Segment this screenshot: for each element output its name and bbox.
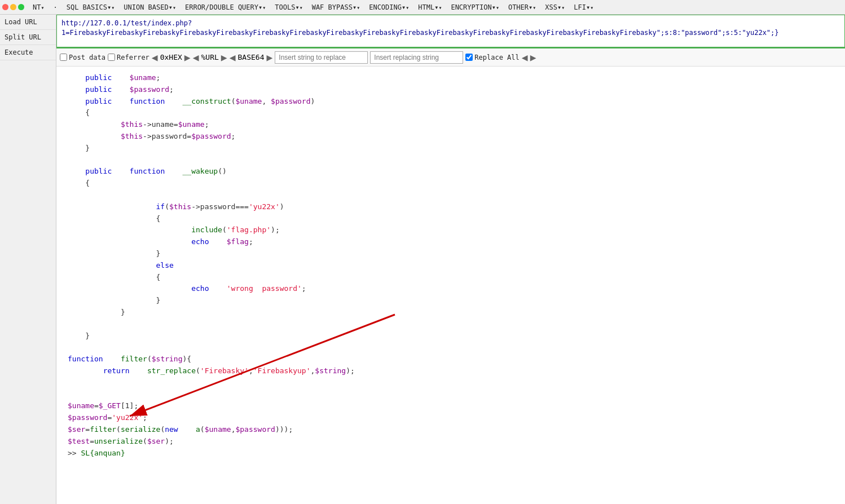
minimize-button[interactable] <box>10 4 16 10</box>
menu-union-based[interactable]: UNION BASED▾ <box>121 2 179 12</box>
url-bar <box>56 15 845 48</box>
menu-nt[interactable]: NT <box>30 2 47 12</box>
maximize-button[interactable] <box>18 4 24 10</box>
arrow-left-3[interactable]: ◀ <box>230 52 236 63</box>
main-area: Post data Referrer ◀ 0xHEX ▶ ◀ %URL ▶ ◀ … <box>56 15 845 504</box>
load-url-button[interactable]: Load URL <box>0 15 56 30</box>
menu-lfi[interactable]: LFI▾ <box>571 2 596 12</box>
referrer-label: Referrer <box>117 54 149 61</box>
menu-sql-basics[interactable]: SQL BASICS▾ <box>64 2 118 12</box>
arrow-right-4[interactable]: ▶ <box>530 52 536 63</box>
oxhex-label: 0xHEX <box>160 53 182 61</box>
menu-other[interactable]: OTHER▾ <box>505 2 539 12</box>
menu-error-double-query[interactable]: ERROR/DOUBLE QUERY▾ <box>182 2 269 12</box>
post-data-label: Post data <box>69 54 105 61</box>
split-url-button[interactable]: Split URL <box>0 30 56 45</box>
top-menu-bar: NT · SQL BASICS▾ UNION BASED▾ ERROR/DOUB… <box>0 0 845 15</box>
base64-label: BASE64 <box>238 53 265 61</box>
code-block: public $uname; public $password; public … <box>68 72 834 459</box>
menu-separator-1: · <box>50 2 60 12</box>
arrow-right-3[interactable]: ▶ <box>266 52 272 63</box>
close-button[interactable] <box>2 4 8 10</box>
menu-encoding[interactable]: ENCODING▾ <box>366 2 412 12</box>
url-input[interactable] <box>56 15 845 47</box>
menu-waf-bypass[interactable]: WAF BYPASS▾ <box>309 2 363 12</box>
menu-tools[interactable]: TOOLS▾ <box>272 2 305 12</box>
arrow-right-2[interactable]: ▶ <box>221 52 227 63</box>
menu-xss[interactable]: XSS▾ <box>542 2 567 12</box>
execute-button[interactable]: Execute <box>0 45 56 60</box>
menu-html[interactable]: HTML▾ <box>415 2 444 12</box>
referrer-checkbox[interactable] <box>108 54 115 61</box>
url-label: %URL <box>201 53 219 61</box>
menu-encryption[interactable]: ENCRYPTION▾ <box>448 2 502 12</box>
traffic-lights <box>2 4 24 10</box>
sidebar: Load URL Split URL Execute <box>0 15 56 504</box>
arrow-left-1[interactable]: ◀ <box>152 52 158 63</box>
toolbar: Post data Referrer ◀ 0xHEX ▶ ◀ %URL ▶ ◀ … <box>56 48 845 67</box>
replacing-string-input[interactable] <box>370 51 463 64</box>
arrow-left-2[interactable]: ◀ <box>193 52 199 63</box>
arrow-right-1[interactable]: ▶ <box>184 52 191 63</box>
replace-all-item: Replace All <box>465 54 519 61</box>
replace-string-input[interactable] <box>275 51 368 64</box>
code-area: public $uname; public $password; public … <box>56 67 845 504</box>
arrow-left-4[interactable]: ◀ <box>522 52 528 63</box>
replace-all-label: Replace All <box>474 54 519 61</box>
replace-all-checkbox[interactable] <box>465 54 473 61</box>
post-data-item: Post data <box>60 54 105 61</box>
referrer-item: Referrer <box>108 54 149 61</box>
post-data-checkbox[interactable] <box>60 54 67 61</box>
